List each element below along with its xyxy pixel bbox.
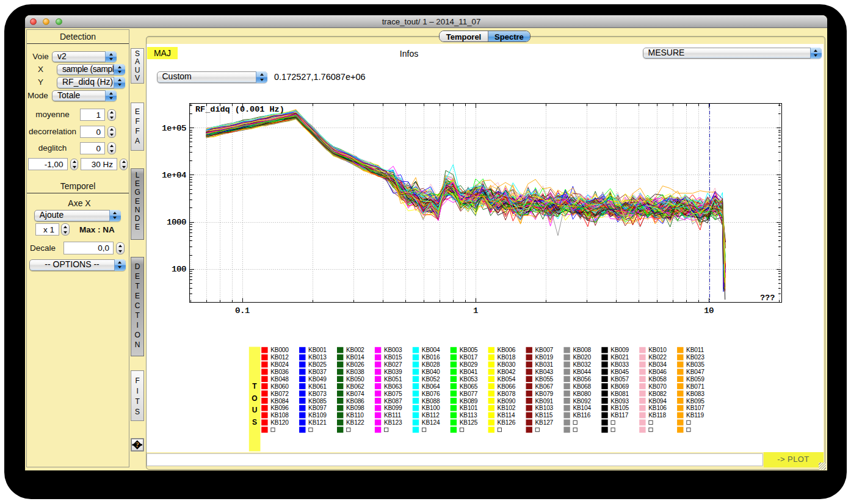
svg-text:?: ?: [136, 441, 139, 449]
